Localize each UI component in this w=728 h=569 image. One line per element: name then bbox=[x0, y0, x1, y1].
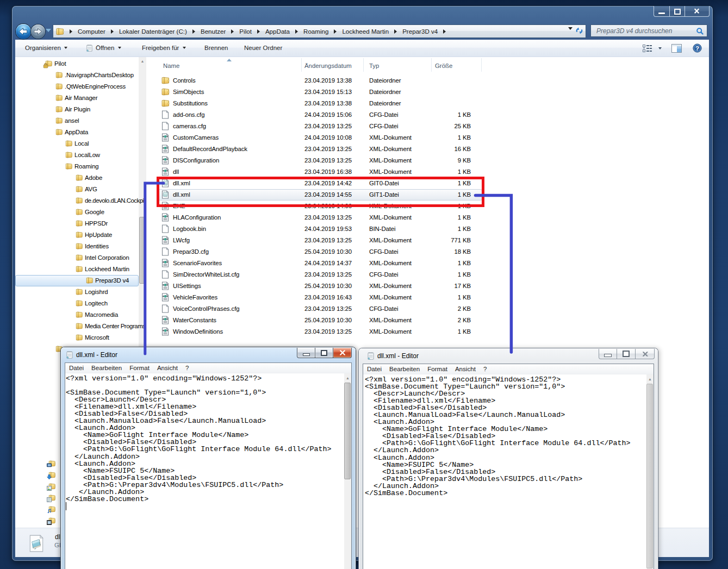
svg-text:?: ? bbox=[695, 45, 699, 52]
